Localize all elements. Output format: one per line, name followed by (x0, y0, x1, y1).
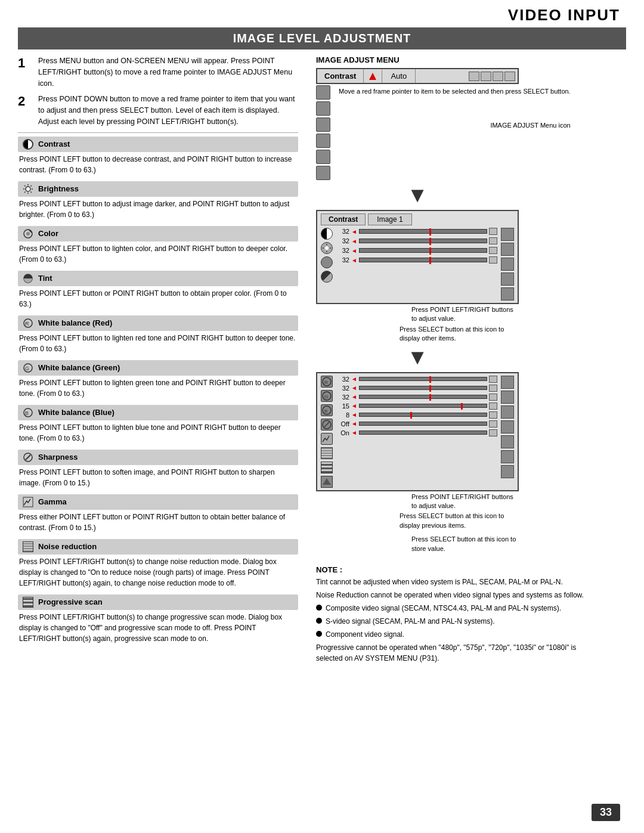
slider-thumb-color (429, 247, 431, 255)
slider2-gamma-icon (321, 433, 333, 445)
note-section: NOTE : Tint cannot be adjusted when vide… (316, 565, 602, 664)
slider2-track-sharpness (359, 404, 487, 408)
top-menu-section: Move a red frame pointer to item to be s… (316, 85, 602, 180)
item-gamma-header: Gamma (18, 494, 298, 510)
item-sharpness-header: Sharpness (18, 450, 298, 465)
slider2-row-wbr: 32 ◄ (336, 376, 497, 383)
bullet-icon-3 (316, 631, 322, 637)
slider2-wbb-icon: B (321, 404, 333, 416)
svg-marker-21 (369, 73, 376, 80)
slider2-progressive-icon (321, 462, 333, 473)
note-footer: Progressive cannot be operated when "480… (316, 642, 602, 664)
note-bullet-3: Component video signal. (316, 629, 602, 640)
page-header: VIDEO INPUT (0, 0, 644, 27)
slider2-val-gamma: 8 (336, 411, 349, 419)
third-menu-panel: R G B (316, 372, 519, 491)
wb-red-icon: R (21, 317, 35, 330)
second-image1-tab: Image 1 (368, 213, 411, 225)
svg-line-5 (24, 185, 26, 187)
gamma-icon (21, 496, 35, 509)
svg-line-7 (31, 185, 32, 187)
item-wb-red-header: R White balance (Red) (18, 315, 298, 331)
panel3-store-annot: Press SELECT button at this icon to stor… (316, 535, 519, 553)
sharpness-icon (21, 451, 35, 464)
menu-arrow-icon (364, 70, 382, 83)
bullet-text-2: S-video signal (SECAM, PAL-M and PAL-N s… (326, 616, 495, 627)
panel2-right-icon-5 (501, 287, 514, 301)
right-column: IMAGE ADJUST MENU Contrast Auto (310, 55, 602, 664)
note-title: NOTE : (316, 565, 602, 574)
svg-line-8 (24, 191, 26, 193)
item-wb-blue-header: B White balance (Blue) (18, 405, 298, 420)
slider-arrow-color: ◄ (351, 247, 357, 254)
menu-icons-group (416, 70, 518, 82)
sliders-group-2: R G B (321, 376, 514, 488)
sliders-tracks: 32 ◄ 32 ◄ (336, 228, 497, 301)
slider2-sharpness-icon (321, 419, 333, 431)
svg-marker-35 (323, 478, 331, 485)
svg-text:B: B (25, 410, 29, 416)
slider-val-color: 32 (336, 247, 349, 254)
side-icon-2 (316, 101, 330, 116)
brightness-icon (21, 182, 35, 196)
bullet-text-1: Composite video signal (SECAM, NTSC4.43,… (326, 603, 561, 614)
slider2-track-noise (359, 422, 487, 426)
slider2-icons-col: R G B (321, 376, 333, 488)
note-bullet-2: S-video signal (SECAM, PAL-M and PAL-N s… (316, 616, 602, 627)
slider2-row-sharpness: 15 ◄ (336, 402, 497, 410)
side-icon-5 (316, 150, 330, 164)
item-contrast: Contrast Press POINT LEFT button to decr… (18, 137, 298, 175)
slider-row-brightness: 32 ◄ (336, 237, 497, 244)
second-contrast-tab: Contrast (321, 213, 366, 225)
item-wb-blue: B White balance (Blue) Press POINT LEFT … (18, 405, 298, 444)
menu-icon-1 (469, 72, 479, 81)
wb-blue-desc: Press POINT LEFT button to lighten blue … (18, 422, 298, 444)
wb-blue-icon: B (21, 406, 35, 419)
slider-track-contrast (359, 229, 487, 234)
step-1: 1 Press MENU button and ON-SCREEN MENU w… (18, 55, 298, 89)
item-tint-header: Tint (18, 271, 298, 286)
slider2-val-wbr: 32 (336, 376, 349, 383)
step-1-number: 1 (18, 55, 35, 71)
svg-point-0 (26, 187, 30, 191)
bullet-icon-2 (316, 618, 322, 624)
svg-line-19 (26, 455, 30, 460)
item-wb-green-header: G White balance (Green) (18, 360, 298, 376)
wb-green-icon: G (21, 361, 35, 374)
slider-val-brightness: 32 (336, 237, 349, 244)
slider2-row-progressive: On ◄ (336, 429, 497, 436)
item-noise-header: Noise reduction (18, 539, 298, 555)
svg-line-6 (31, 191, 32, 193)
panel2-right-icon-4 (501, 272, 514, 286)
slider2-store-icon (321, 476, 333, 488)
wb-red-label: White balance (Red) (38, 318, 112, 327)
slider2-row-gamma: 8 ◄ (336, 411, 497, 419)
color-icon (21, 227, 35, 240)
slider2-noise-icon (321, 447, 333, 459)
slider2-val-wbg: 32 (336, 385, 349, 392)
svg-point-22 (325, 246, 329, 250)
slider2-val-progressive: On (336, 429, 349, 436)
panel3-right-icon-3 (501, 405, 514, 419)
wb-green-label: White balance (Green) (38, 363, 120, 372)
panel2-right-icon-1 (501, 228, 514, 241)
tint-icon (21, 272, 35, 285)
step-1-text: Press MENU button and ON-SCREEN MENU wil… (38, 55, 298, 89)
steps-container: 1 Press MENU button and ON-SCREEN MENU w… (18, 55, 298, 128)
page-title: VIDEO INPUT (0, 6, 620, 24)
progressive-desc: Press POINT LEFT/RIGHT button(s) to chan… (18, 612, 298, 644)
item-brightness-header: Brightness (18, 181, 298, 197)
page-number: 33 (592, 804, 620, 821)
item-gamma: Gamma Press either POINT LEFT button or … (18, 494, 298, 533)
sliders-group-1: 32 ◄ 32 ◄ (321, 228, 514, 301)
panel3-prev-annot: Press SELECT button at this icon to disp… (316, 512, 519, 530)
item-color-header: Color (18, 226, 298, 241)
panel1-annotation-text: Move a red frame pointer to item to be s… (339, 86, 571, 97)
slider-thumb-brightness (429, 238, 431, 245)
progressive-scan-icon (21, 596, 35, 609)
slider-row-color: 32 ◄ (336, 247, 497, 254)
step-2: 2 Press POINT DOWN button to move a red … (18, 94, 298, 127)
panel3-right-icon-7 (501, 465, 514, 478)
slider2-row-noise: Off ◄ (336, 420, 497, 428)
panel3-right-icon-6 (501, 450, 514, 463)
